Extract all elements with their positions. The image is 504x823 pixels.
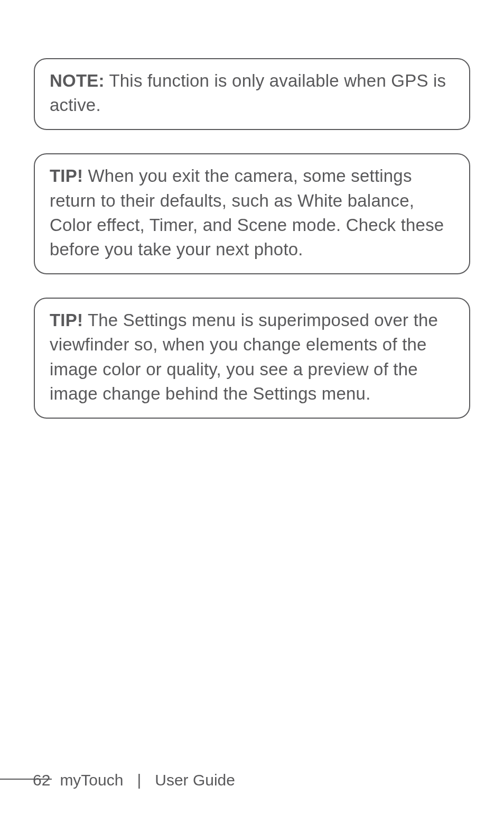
- note-body: This function is only available when GPS…: [50, 71, 446, 115]
- page-content: NOTE: This function is only available wh…: [0, 0, 504, 419]
- footer-separator: |: [137, 771, 141, 789]
- footer-doc: User Guide: [155, 771, 235, 789]
- tip-box-2: TIP! The Settings menu is superimposed o…: [34, 298, 470, 419]
- page-footer: 62 myTouch | User Guide: [0, 771, 235, 789]
- tip-box-1: TIP! When you exit the camera, some sett…: [34, 153, 470, 274]
- tip2-body: The Settings menu is superimposed over t…: [50, 310, 438, 403]
- tip1-body: When you exit the camera, some settings …: [50, 166, 444, 259]
- page-number: 62: [33, 771, 50, 789]
- note-box: NOTE: This function is only available wh…: [34, 58, 470, 130]
- footer-text-wrap: 62 myTouch | User Guide: [33, 771, 235, 789]
- tip2-lead: TIP!: [50, 310, 83, 330]
- footer-product: myTouch: [60, 771, 123, 789]
- note-lead: NOTE:: [50, 71, 105, 90]
- tip1-lead: TIP!: [50, 166, 83, 186]
